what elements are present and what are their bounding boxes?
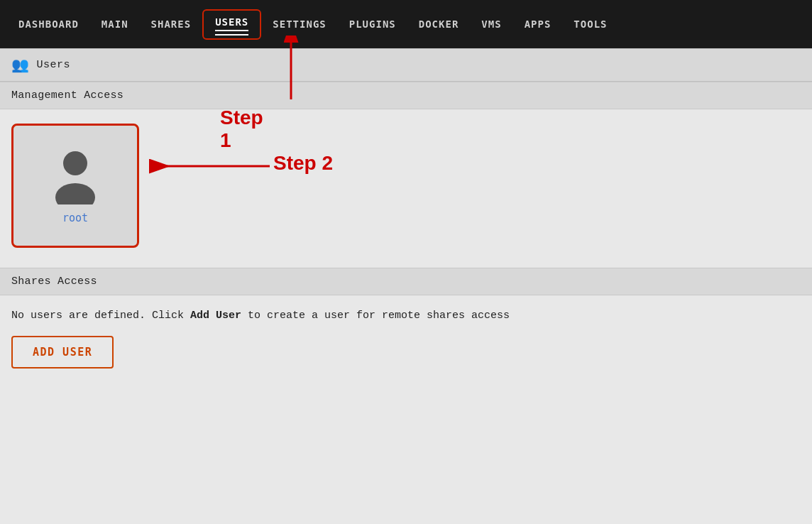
nav-item-tools[interactable]: TOOLS [562,13,618,36]
svg-point-3 [55,183,95,204]
shares-access-header: Shares Access [0,268,812,295]
nav-item-users[interactable]: USERS [202,9,261,40]
root-user-card[interactable]: root [11,124,139,248]
shares-section: Shares Access No users are defined. Clic… [0,268,812,383]
shares-message: No users are defined. Click Add User to … [11,310,801,322]
shares-content: No users are defined. Click Add User to … [0,295,812,383]
nav-item-settings[interactable]: SETTINGS [261,13,337,36]
user-cards-container: root Step 2 [0,109,812,262]
management-access-header: Management Access [0,82,812,109]
svg-point-2 [63,151,87,175]
nav-item-shares[interactable]: SHARES [140,13,203,36]
nav-item-docker[interactable]: DOCKER [407,13,471,36]
nav-item-dashboard[interactable]: DASHBOARD [7,13,90,36]
nav-item-vms[interactable]: VMS [470,13,512,36]
nav-item-apps[interactable]: APPS [513,13,563,36]
add-user-button[interactable]: ADD USER [11,336,114,369]
user-cards-area: root [0,109,812,262]
top-navigation: DASHBOARD MAIN SHARES USERS SETTINGS PLU… [0,0,812,48]
users-icon: 👥 [11,56,30,74]
active-underline [215,30,248,31]
users-section-header: 👥 Users [0,48,812,82]
user-avatar-icon [50,148,100,204]
nav-item-plugins[interactable]: PLUGINS [338,13,407,36]
nav-item-main[interactable]: MAIN [90,13,140,36]
